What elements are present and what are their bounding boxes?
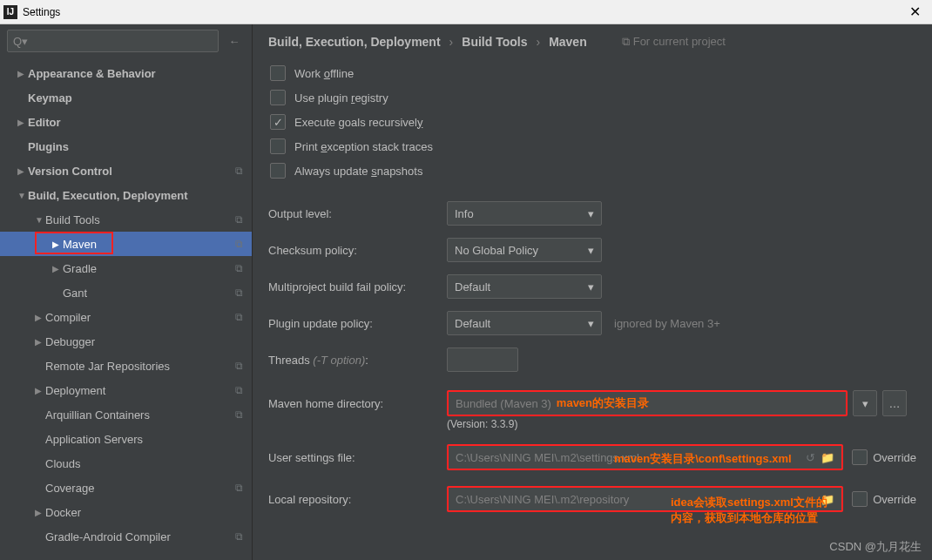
copy-icon: ⧉ <box>235 262 243 274</box>
input-maven-home[interactable]: Bundled (Maven 3) maven的安装目录 <box>447 390 848 416</box>
tree-label: Plugins <box>28 140 252 153</box>
breadcrumb-item[interactable]: Build Tools <box>462 35 527 49</box>
tree-arrow-icon[interactable] <box>35 337 45 347</box>
copy-icon: ⧉ <box>235 384 243 396</box>
tree-label: Gradle <box>63 262 235 275</box>
checkbox-override-local-repo[interactable] <box>852 491 868 507</box>
sidebar-item-editor[interactable]: Editor <box>0 110 252 134</box>
sidebar-item-gradle-android-compiler[interactable]: Gradle-Android Compiler⧉ <box>0 524 252 549</box>
dropdown-button[interactable]: ▾ <box>853 390 877 416</box>
tree-label: Build, Execution, Deployment <box>28 189 252 202</box>
checkbox-plugin-registry[interactable] <box>270 90 286 105</box>
select-plugin-update[interactable]: Default <box>447 311 602 335</box>
sidebar-item-build-execution-deployment[interactable]: Build, Execution, Deployment <box>0 183 252 207</box>
label-update-snapshots: Always update snapshots <box>294 165 422 178</box>
sidebar-item-application-servers[interactable]: Application Servers <box>0 427 252 451</box>
hint-plugin-update: ignored by Maven 3+ <box>614 317 720 330</box>
label-maven-home: Maven home directory: <box>268 397 447 410</box>
app-icon: IJ <box>3 5 17 19</box>
label-override: Override <box>873 493 916 506</box>
sidebar-item-plugins[interactable]: Plugins <box>0 134 252 159</box>
tree-label: Maven <box>63 238 235 251</box>
project-scope-label: ⧉For current project <box>622 35 726 49</box>
label-checksum: Checksum policy: <box>268 244 447 257</box>
tree-arrow-icon[interactable] <box>52 264 63 273</box>
tree-arrow-icon[interactable] <box>17 191 28 200</box>
breadcrumb: Build, Execution, Deployment › Build Too… <box>268 35 916 49</box>
select-output-level[interactable]: Info <box>447 201 602 226</box>
label-user-settings: User settings file: <box>268 451 447 464</box>
checkbox-execute-recursively[interactable] <box>270 114 286 130</box>
label-work-offline: Work offline <box>294 67 354 80</box>
browse-button[interactable]: … <box>882 390 907 416</box>
tree-arrow-icon[interactable] <box>35 215 45 225</box>
sidebar-item-compiler[interactable]: Compiler⧉ <box>0 305 252 329</box>
tree-label: Deployment <box>45 384 235 397</box>
checkbox-print-exception[interactable] <box>270 138 286 154</box>
checkbox-update-snapshots[interactable] <box>270 163 286 179</box>
tree-label: Coverage <box>45 482 235 495</box>
tree-arrow-icon[interactable] <box>35 508 45 517</box>
label-plugin-update: Plugin update policy: <box>268 317 447 330</box>
tree-label: Application Servers <box>45 433 252 446</box>
search-input[interactable]: Q▾ <box>7 30 219 52</box>
breadcrumb-item[interactable]: Build, Execution, Deployment <box>268 35 441 49</box>
user-settings-value: C:\Users\NING MEI\.m2\settings.xml <box>456 451 639 464</box>
sidebar-item-build-tools[interactable]: Build Tools⧉ <box>0 207 252 232</box>
sidebar-item-maven[interactable]: Maven⧉ <box>0 232 252 256</box>
copy-icon: ⧉ <box>235 408 243 421</box>
label-local-repo: Local repository: <box>268 493 447 506</box>
tree-label: Debugger <box>45 335 252 348</box>
tree-label: Arquillian Containers <box>45 408 235 422</box>
annotation-maven-home: maven的安装目录 <box>557 395 649 411</box>
folder-icon[interactable]: 📁 <box>821 493 834 506</box>
copy-icon: ⧉ <box>235 530 243 543</box>
tree-label: Gant <box>63 287 235 300</box>
input-local-repo[interactable]: C:\Users\NING MEI\.m2\repository 📁 <box>447 486 843 512</box>
tree-label: Gradle-Android Compiler <box>45 530 235 543</box>
tree-arrow-icon[interactable] <box>35 386 45 395</box>
main-panel: Build, Execution, Deployment › Build Too… <box>253 24 932 560</box>
annotation-user-settings: maven安装目录\conf\settings.xml <box>614 451 792 467</box>
copy-icon: ⧉ <box>235 482 243 494</box>
window-title: Settings <box>23 6 901 18</box>
sidebar-item-clouds[interactable]: Clouds <box>0 451 252 476</box>
sidebar-item-gant[interactable]: Gant⧉ <box>0 280 252 305</box>
select-checksum[interactable]: No Global Policy <box>447 238 602 262</box>
sidebar-item-version-control[interactable]: Version Control⧉ <box>0 159 252 183</box>
sidebar-item-gradle[interactable]: Gradle⧉ <box>0 256 252 280</box>
sidebar-item-keymap[interactable]: Keymap <box>0 85 252 110</box>
sidebar-item-remote-jar-repositories[interactable]: Remote Jar Repositories⧉ <box>0 354 252 378</box>
select-multiproject[interactable]: Default <box>447 274 602 299</box>
checkbox-override-user-settings[interactable] <box>852 449 868 465</box>
input-threads[interactable] <box>447 347 518 372</box>
close-icon[interactable]: ✕ <box>901 3 929 20</box>
tree-arrow-icon[interactable] <box>17 166 28 176</box>
folder-icon[interactable]: 📁 <box>821 451 834 464</box>
tree-arrow-icon[interactable] <box>35 313 45 322</box>
sidebar-item-deployment[interactable]: Deployment⧉ <box>0 378 252 402</box>
copy-icon: ⧉ <box>235 311 243 323</box>
settings-tree: Appearance & BehaviorKeymapEditorPlugins… <box>0 57 252 560</box>
tree-label: Compiler <box>45 311 235 324</box>
label-output-level: Output level: <box>268 207 447 220</box>
label-override: Override <box>873 451 916 464</box>
copy-icon: ⧉ <box>235 360 243 372</box>
tree-arrow-icon[interactable] <box>52 240 63 249</box>
input-user-settings[interactable]: C:\Users\NING MEI\.m2\settings.xml ↺ 📁 m… <box>447 444 843 470</box>
checkbox-work-offline[interactable] <box>270 65 286 81</box>
sidebar-item-debugger[interactable]: Debugger <box>0 329 252 354</box>
watermark: CSDN @九月花生 <box>829 539 922 555</box>
sidebar-item-arquillian-containers[interactable]: Arquillian Containers⧉ <box>0 402 252 427</box>
tree-arrow-icon[interactable] <box>17 69 28 78</box>
sidebar-item-coverage[interactable]: Coverage⧉ <box>0 476 252 500</box>
sidebar-item-appearance-behavior[interactable]: Appearance & Behavior <box>0 61 252 85</box>
label-print-exception: Print exception stack traces <box>294 140 433 153</box>
copy-icon: ⧉ <box>235 165 243 177</box>
history-icon[interactable]: ↺ <box>806 451 815 464</box>
tree-label: Editor <box>28 116 252 129</box>
tree-label: Clouds <box>45 457 252 470</box>
tree-arrow-icon[interactable] <box>17 118 28 127</box>
back-icon[interactable]: ← <box>224 30 245 51</box>
sidebar-item-docker[interactable]: Docker <box>0 500 252 524</box>
